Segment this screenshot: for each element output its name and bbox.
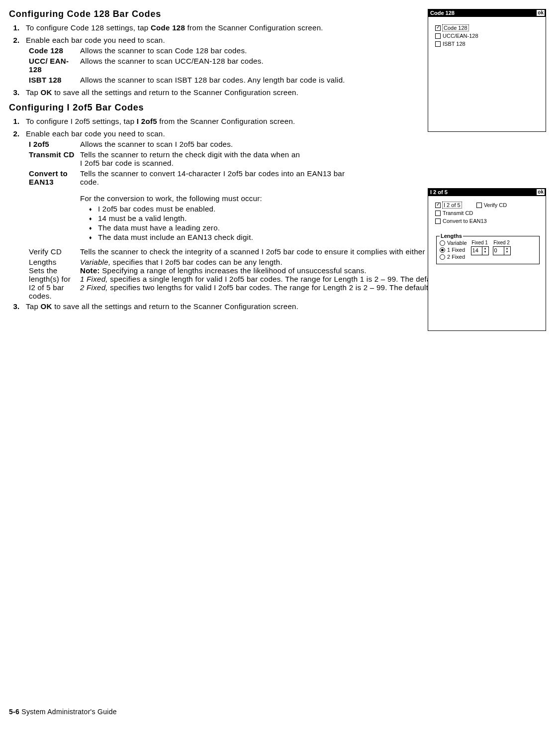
fixed2-stepper[interactable]: 0 ▲▼ [493, 246, 511, 255]
radio-icon[interactable] [440, 240, 445, 246]
checkbox-icon[interactable] [476, 203, 482, 208]
ok-button[interactable]: ok [537, 189, 545, 195]
checkbox-icon[interactable] [435, 33, 441, 39]
checkbox-icon[interactable] [435, 211, 441, 216]
checkbox-label: Convert to EAN13 [443, 218, 487, 224]
def-desc: Allows the scanner to scan Code 128 bar … [80, 46, 349, 55]
checkbox-row-i2of5[interactable]: I 2 of 5 [435, 202, 462, 208]
checkbox-label: UCC/EAN-128 [443, 33, 478, 39]
def-label-lengths: Lengths Sets the length(s) for I2 of 5 b… [29, 258, 76, 300]
conversion-bullets: I 2of5 bar codes must be enabled. 14 mus… [80, 205, 352, 241]
def-desc: Tells the scanner to convert 14-characte… [80, 169, 352, 186]
checkbox-icon[interactable] [435, 25, 441, 31]
checkbox-label: Code 128 [443, 25, 468, 31]
radio-2fixed[interactable]: 2 Fixed [440, 254, 467, 260]
radio-icon[interactable] [440, 254, 445, 260]
def-label: UCC/ EAN-128 [29, 57, 76, 74]
window-titlebar: I 2 of 5 ok [428, 189, 546, 196]
window-titlebar: Code 128 ok [428, 9, 546, 17]
def-label: Code 128 [29, 46, 76, 55]
step-3: Tap OK to save all the settings and retu… [22, 88, 349, 97]
step-2: Enable each bar code you need to scan. C… [22, 36, 349, 84]
fixed2-label: Fixed 2 [493, 240, 510, 245]
stepper-arrows-icon[interactable]: ▲▼ [482, 247, 488, 255]
step-1: To configure I 2of5 settings, tap I 2of5… [22, 117, 349, 125]
def-label: Verify CD [29, 247, 76, 256]
lengths-fieldset: Lengths Variable 1 Fixed 2 Fixed Fixed 1… [436, 233, 540, 264]
i2of5-screenshot: I 2 of 5 ok I 2 of 5 Verify CD Transmit … [428, 188, 546, 331]
fixed1-stepper[interactable]: 14 ▲▼ [471, 246, 489, 255]
checkbox-row-convertean13[interactable]: Convert to EAN13 [435, 218, 541, 224]
fixed1-value: 14 [471, 247, 482, 255]
checkbox-icon[interactable] [435, 41, 441, 47]
radio-1fixed[interactable]: 1 Fixed [440, 247, 467, 253]
ok-button[interactable]: ok [537, 10, 545, 16]
def-desc: Allows the scanner to scan ISBT 128 bar … [80, 76, 349, 84]
checkbox-label: Verify CD [484, 202, 507, 208]
def-label: I 2of5 [29, 140, 76, 148]
checkbox-label: Transmit CD [443, 210, 473, 216]
window-title: Code 128 [430, 10, 455, 16]
code128-screenshot: Code 128 ok Code 128 UCC/EAN-128 ISBT 12… [428, 9, 546, 132]
checkbox-icon[interactable] [435, 203, 441, 208]
window-body: Code 128 UCC/EAN-128 ISBT 128 [428, 17, 546, 131]
lengths-legend: Lengths [440, 233, 463, 239]
checkbox-icon[interactable] [435, 218, 441, 224]
fixed2-value: 0 [493, 247, 504, 255]
checkbox-row-verifycd[interactable]: Verify CD [476, 202, 507, 208]
checkbox-row-code128[interactable]: Code 128 [435, 25, 541, 31]
radio-icon[interactable] [440, 247, 445, 253]
stepper-arrows-icon[interactable]: ▲▼ [504, 247, 510, 255]
checkbox-label: ISBT 128 [443, 41, 466, 47]
def-label: Convert to EAN13 [29, 169, 76, 186]
def-desc: Tells the scanner to return the check di… [80, 150, 352, 167]
def-label: Transmit CD [29, 150, 76, 167]
def-desc: Allows the scanner to scan I 2of5 bar co… [80, 140, 352, 148]
fixed1-label: Fixed 1 [471, 240, 488, 245]
checkbox-row-transmitcd[interactable]: Transmit CD [435, 210, 541, 216]
conversion-note: For the conversion to work, the followin… [80, 194, 352, 245]
window-body: I 2 of 5 Verify CD Transmit CD Convert t… [428, 196, 546, 330]
page-footer: 5-6 System Administrator's Guide [9, 708, 117, 716]
radio-variable[interactable]: Variable [440, 240, 467, 246]
checkbox-label: I 2 of 5 [443, 202, 462, 208]
checkbox-row-uccean128[interactable]: UCC/EAN-128 [435, 33, 541, 39]
def-desc: Allows the scanner to scan UCC/EAN-128 b… [80, 57, 349, 74]
def-label: ISBT 128 [29, 76, 76, 84]
checkbox-row-isbt128[interactable]: ISBT 128 [435, 41, 541, 47]
step-1: To configure Code 128 settings, tap Code… [22, 23, 349, 32]
window-title: I 2 of 5 [430, 189, 448, 195]
